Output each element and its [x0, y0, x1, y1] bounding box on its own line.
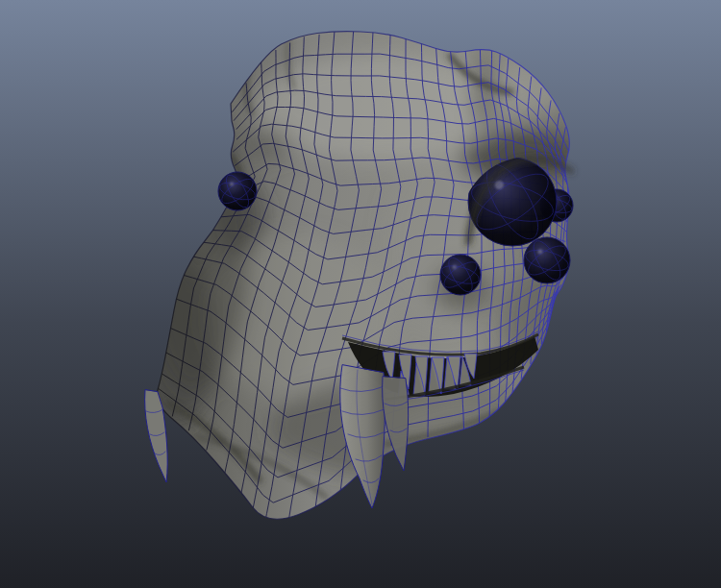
eye-highlight: [495, 181, 504, 189]
eye-highlight: [230, 182, 234, 185]
viewport-3d[interactable]: [0, 0, 721, 588]
eye-sphere[interactable]: [524, 237, 571, 284]
eyeball[interactable]: [218, 172, 257, 210]
eye-sphere[interactable]: [440, 255, 482, 296]
eye-highlight: [453, 265, 457, 269]
eye-highlight: [537, 249, 542, 254]
eyeball[interactable]: [440, 255, 481, 295]
eyeball[interactable]: [524, 237, 570, 283]
eye-sphere[interactable]: [218, 172, 258, 211]
